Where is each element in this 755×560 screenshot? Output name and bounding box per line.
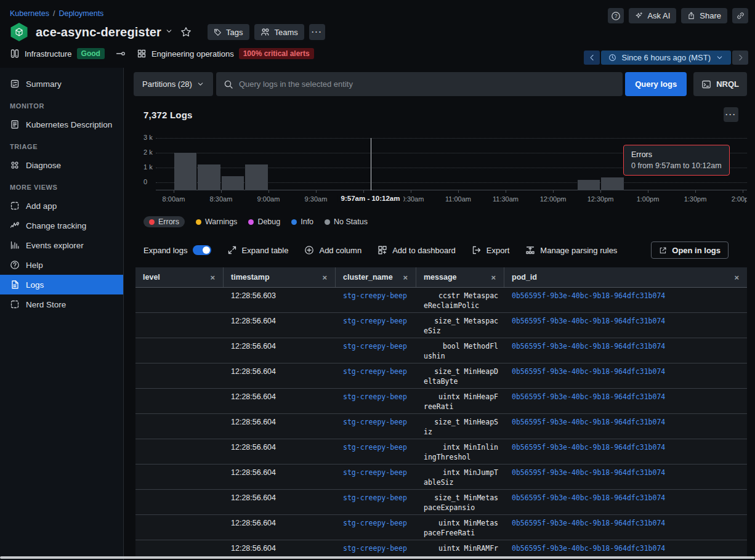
open-in-logs-button[interactable]: Open in logs [651,241,729,259]
legend-item-debug[interactable]: Debug [248,217,280,226]
breadcrumb-link-deployments[interactable]: Deployments [59,9,103,18]
sidebar-item-label: Help [26,261,43,270]
query-logs-button[interactable]: Query logs [625,72,687,96]
add-column-button[interactable]: Add column [304,245,361,255]
workload-label[interactable]: Engineering operations [151,49,234,59]
remove-column-icon[interactable]: × [489,273,498,282]
pod-id-link[interactable]: 0b56595f-9b3e-40bc-9b18-964dfc31b074 [512,342,665,351]
log-table-row[interactable]: 12:28:56.604stg-creepy-beepsize_t MinHea… [135,414,747,439]
cluster-name-link[interactable]: stg-creepy-beep [343,317,407,325]
sidebar-item-nerd-store[interactable]: Nerd Store [0,294,123,314]
chart-more-options-button[interactable]: ··· [724,107,738,122]
pod-id-link[interactable]: 0b56595f-9b3e-40bc-9b18-964dfc31b074 [512,544,665,553]
log-table-row[interactable]: 12:28:56.604stg-creepy-beepuintx MinHeap… [135,389,747,414]
pod-id-link[interactable]: 0b56595f-9b3e-40bc-9b18-964dfc31b074 [512,317,665,325]
sidebar-item-kubernetes-description[interactable]: Kubernetes Description [0,115,123,134]
cluster-name-link[interactable]: stg-creepy-beep [343,493,407,502]
log-table-row[interactable]: 12:28:56.604stg-creepy-beepbool MethodFl… [135,338,747,363]
expand-logs-toggle[interactable]: Expand logs [143,245,211,255]
teams-button-label: Teams [275,28,298,37]
remove-column-icon[interactable]: × [401,273,410,282]
log-search-box [216,72,623,96]
x-axis-tick [600,190,601,193]
title-actions: Tags Teams ··· [208,24,325,40]
log-table-row[interactable]: 12:28:56.604stg-creepy-beepsize_t MinHea… [135,363,747,389]
log-table-row[interactable]: 12:28:56.604stg-creepy-beepsize_t Metasp… [135,313,747,338]
cluster-name-link[interactable]: stg-creepy-beep [343,443,407,452]
cluster-name-link[interactable]: stg-creepy-beep [343,392,407,401]
sidebar-item-summary[interactable]: Summary [0,74,123,94]
ellipsis-icon: ··· [312,28,323,36]
remove-column-icon[interactable]: × [732,273,741,282]
pod-id-link[interactable]: 0b56595f-9b3e-40bc-9b18-964dfc31b074 [512,367,665,376]
export-button[interactable]: Export [472,245,510,255]
cell-cluster-name: stg-creepy-beep [336,367,416,388]
cluster-name-link[interactable]: stg-creepy-beep [343,342,407,351]
sidebar-item-add-app[interactable]: Add app [0,196,123,216]
pod-id-link[interactable]: 0b56595f-9b3e-40bc-9b18-964dfc31b074 [512,418,665,426]
partitions-dropdown[interactable]: Partitions (28) [134,72,213,96]
sidebar-item-logs[interactable]: Logs [0,275,123,294]
log-table-row[interactable]: 12:28:56.604stg-creepy-beepintx MinInlin… [135,439,747,465]
ask-ai-button[interactable]: Ask AI [629,8,676,23]
infrastructure-status-badge: Good [77,48,105,59]
legend-item-no-status[interactable]: No Status [325,217,368,226]
favorite-star-icon[interactable] [180,26,192,38]
expand-table-button[interactable]: Expand table [227,245,289,255]
nrql-button[interactable]: NRQL [693,72,747,96]
log-query-bar: Partitions (28) Query logs NRQL [134,72,747,96]
cluster-name-link[interactable]: stg-creepy-beep [343,544,407,553]
legend-item-info[interactable]: Info [291,217,313,226]
log-search-input[interactable] [239,79,615,89]
cell-message: bool MethodFlushin [416,341,504,363]
open-in-logs-label: Open in logs [672,246,721,255]
toggle-on-icon[interactable] [193,245,211,255]
remove-column-icon[interactable]: × [208,273,217,282]
pod-id-link[interactable]: 0b56595f-9b3e-40bc-9b18-964dfc31b074 [512,493,665,502]
time-forward-button[interactable] [732,51,748,65]
sidebar-item-diagnose[interactable]: Diagnose [0,155,123,175]
page-icon [10,280,20,290]
legend-item-warnings[interactable]: Warnings [196,217,237,226]
manage-parsing-rules-button[interactable]: Manage parsing rules [525,245,617,255]
cluster-name-link[interactable]: stg-creepy-beep [343,367,407,376]
pod-id-link[interactable]: 0b56595f-9b3e-40bc-9b18-964dfc31b074 [512,392,665,401]
breadcrumb-link-kubernetes[interactable]: Kubernetes [10,9,49,18]
teams-button[interactable]: Teams [254,24,304,40]
log-table-row[interactable]: 12:28:56.604stg-creepy-beepuintx MinMeta… [135,515,747,540]
legend-item-errors[interactable]: Errors [143,216,185,227]
add-to-dashboard-button[interactable]: Add to dashboard [378,245,456,255]
entity-more-options-button[interactable]: ··· [309,24,325,40]
tags-button[interactable]: Tags [208,24,249,40]
main-content: Partitions (28) Query logs NRQL 7,372 Lo… [124,68,755,560]
x-axis-tick-label: 1:30pm [684,195,707,203]
pod-id-link[interactable]: 0b56595f-9b3e-40bc-9b18-964dfc31b074 [512,291,665,300]
sidebar-item-change-tracking[interactable]: Change tracking [0,216,123,235]
pod-id-link[interactable]: 0b56595f-9b3e-40bc-9b18-964dfc31b074 [512,468,665,477]
time-range-button[interactable]: Since 6 hours ago (MST) [601,51,731,65]
pod-id-link[interactable]: 0b56595f-9b3e-40bc-9b18-964dfc31b074 [512,519,665,527]
legend-label: Warnings [205,217,237,226]
title-chevron-down-icon[interactable] [165,27,173,37]
sidebar-item-help[interactable]: Help [0,255,123,275]
tooltip-title: Errors [631,150,722,159]
sidebar-item-events-explorer[interactable]: Events explorer [0,235,123,255]
infrastructure-label[interactable]: Infrastructure [25,49,72,59]
log-table-row[interactable]: 12:28:56.604stg-creepy-beepintx MinJumpT… [135,465,747,490]
horizontal-scrollbar[interactable] [0,556,755,559]
remove-column-icon[interactable]: × [320,273,329,282]
y-axis-tick-label: 1 k [143,163,153,171]
help-button[interactable]: ? [608,8,624,23]
log-table-row[interactable]: 12:28:56.604stg-creepy-beepsize_t MinMet… [135,490,747,515]
copy-link-button[interactable] [732,8,748,23]
time-back-button[interactable] [584,51,600,65]
cluster-name-link[interactable]: stg-creepy-beep [343,519,407,527]
cluster-name-link[interactable]: stg-creepy-beep [343,291,407,300]
y-axis-tick-label: 0 [143,178,153,185]
log-table-row[interactable]: 12:28:56.603stg-creepy-beepccstr Metaspa… [135,288,747,313]
pod-id-link[interactable]: 0b56595f-9b3e-40bc-9b18-964dfc31b074 [512,443,665,452]
cluster-name-link[interactable]: stg-creepy-beep [343,418,407,426]
share-button[interactable]: Share [681,8,727,23]
sidebar-section-monitor: MONITOR [0,94,123,115]
cluster-name-link[interactable]: stg-creepy-beep [343,468,407,477]
